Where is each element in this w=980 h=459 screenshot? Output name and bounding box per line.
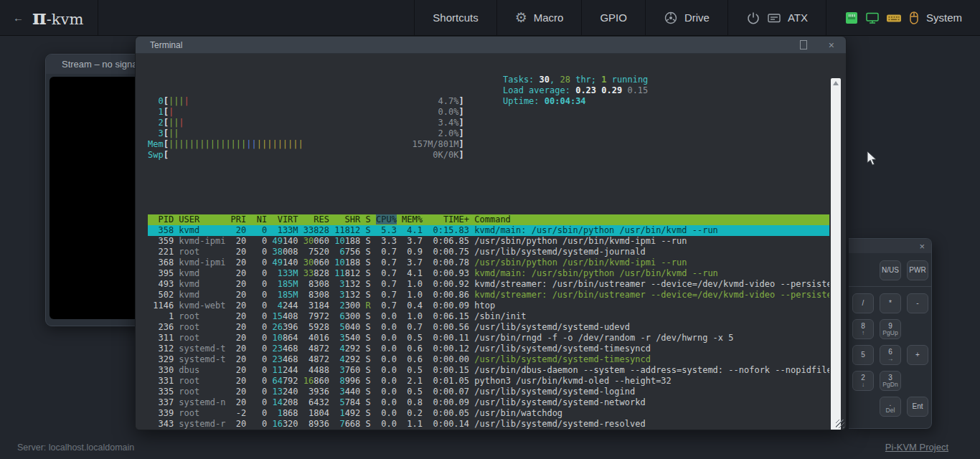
resize-handle[interactable] <box>836 420 844 428</box>
keypad-close-icon[interactable]: × <box>919 242 931 251</box>
gear-icon: ⚙ <box>515 11 527 24</box>
power-icon <box>746 11 760 25</box>
htop-output: 0[||||4.7%] 1[|0.0%] 2[|||3.4%] 3[||2.0%… <box>148 75 829 430</box>
htop-header-row[interactable]: PID USER PRI NI VIRT RES SHR S CPU% MEM%… <box>148 214 829 225</box>
numpad-key-9[interactable]: 9PgUp <box>880 319 901 339</box>
nav-item-shortcuts[interactable]: Shortcuts <box>414 0 496 35</box>
maximize-icon[interactable] <box>800 40 807 49</box>
nav-item-atx[interactable]: ATX <box>727 0 826 35</box>
htop-process-table: PID USER PRI NI VIRT RES SHR S CPU% MEM%… <box>148 214 829 430</box>
nav-item-label: System <box>926 11 962 24</box>
numpad-key-nus[interactable]: N/US <box>880 260 901 280</box>
nav-item-macro[interactable]: ⚙Macro <box>496 0 582 35</box>
numpad-key-[interactable]: .Del <box>880 397 901 417</box>
process-row-343: 343 systemd-r 20 0 16320 8936 7668 S 0.0… <box>148 419 829 430</box>
terminal-window: Terminal × 0[||||4.7%] 1[|0.0%] 2[|||3.4… <box>135 36 847 430</box>
nav-item-label: Macro <box>534 11 564 24</box>
numpad-key-6[interactable]: 6→ <box>880 345 901 365</box>
process-row-339: 339 root -2 0 1868 1804 1492 S 0.0 0.2 0… <box>148 408 829 419</box>
htop-meter-swp: Swp[0K/0K] <box>148 150 829 161</box>
process-row-493: 493 kvmd 20 0 185M 8308 3132 S 0.7 1.0 0… <box>148 279 829 290</box>
htop-meters: 0[||||4.7%] 1[|0.0%] 2[|||3.4%] 3[||2.0%… <box>148 96 829 161</box>
ethernet-icon <box>844 11 859 25</box>
nav-item-gpio[interactable]: GPIO <box>581 0 645 35</box>
logo-area: ← π-kvm <box>0 0 98 35</box>
numpad-key-8[interactable]: 8↑ <box>852 319 874 339</box>
process-row-312: 312 systemd-t 20 0 23468 4872 4292 S 0.0… <box>148 344 829 354</box>
nav-menu: Shortcuts⚙MacroGPIODriveATXSystem <box>414 0 980 35</box>
numpad-key-pwr[interactable]: PWR <box>907 260 928 280</box>
htop-summary-line: Load average: 0.23 0.29 0.15 <box>503 85 648 96</box>
keypad-separator <box>849 286 931 287</box>
htop-meter-3: 3[||2.0%] <box>148 128 829 139</box>
numpad-key-[interactable]: / <box>852 293 874 313</box>
htop-summary: Tasks: 30, 28 thr; 1 runningLoad average… <box>503 75 648 107</box>
htop-meter-mem: Mem[||||||||||||||||||||||||||157M/801M] <box>148 139 829 150</box>
htop-meter-0: 0[||||4.7%] <box>148 96 829 107</box>
process-row-1: 1 root 20 0 15408 7972 6300 S 0.0 1.0 0:… <box>148 311 829 322</box>
process-row-502: 502 kvmd 20 0 185M 8308 3132 S 0.7 1.0 0… <box>148 290 829 301</box>
process-row-329: 329 systemd-t 20 0 23468 4872 4292 S 0.0… <box>148 354 829 365</box>
htop-blank-line <box>148 182 829 193</box>
mouse-cursor <box>867 151 878 169</box>
terminal-scrollbar[interactable] <box>831 78 841 430</box>
htop-summary-line: Tasks: 30, 28 thr; 1 running <box>503 75 648 85</box>
top-navbar: ← π-kvm Shortcuts⚙MacroGPIODriveATXSyste… <box>0 0 980 36</box>
process-row-331: 331 root 20 0 64792 16860 8996 S 0.0 2.1… <box>148 376 829 387</box>
logo-rest: -kvm <box>47 11 84 28</box>
nav-item-label: ATX <box>788 11 808 24</box>
mouse-icon <box>908 11 920 25</box>
numpad-key-2[interactable]: 2↓ <box>852 371 874 391</box>
process-row-395: 395 kvmd 20 0 133M 33828 11812 S 0.7 4.1… <box>148 268 829 279</box>
psu-icon <box>767 11 781 24</box>
terminal-content[interactable]: 0[||||4.7%] 1[|0.0%] 2[|||3.4%] 3[||2.0%… <box>136 54 846 430</box>
htop-meter-2: 2[|||3.4%] <box>148 118 829 128</box>
process-row-236: 236 root 20 0 26396 5928 5040 S 0.0 0.7 … <box>148 322 829 333</box>
close-icon[interactable]: × <box>829 40 834 50</box>
process-row-1146: 1146 kvmd-webt 20 0 4244 3184 2300 R 0.7… <box>148 301 829 311</box>
numpad-key-3[interactable]: 3PgDn <box>880 371 901 391</box>
process-row-359: 359 kvmd-ipmi 20 0 49140 30060 10188 S 3… <box>148 236 829 247</box>
htop-summary-line: Uptime: 00:04:34 <box>503 96 648 107</box>
process-row-330: 330 dbus 20 0 11244 4488 3760 S 0.0 0.5 … <box>148 365 829 376</box>
process-row-368: 368 kvmd-ipmi 20 0 49140 30060 10188 S 0… <box>148 257 829 268</box>
terminal-title: Terminal <box>150 40 182 50</box>
nav-item-label: GPIO <box>600 11 627 24</box>
process-row-337: 337 systemd-n 20 0 14208 6432 5784 S 0.0… <box>148 397 829 408</box>
nav-item-label: Shortcuts <box>433 11 478 24</box>
pikvm-logo: π-kvm <box>32 6 83 29</box>
terminal-titlebar[interactable]: Terminal × <box>136 37 846 54</box>
process-row-358: 358 kvmd 20 0 133M 33828 11812 S 5.3 4.1… <box>148 225 829 236</box>
back-arrow-icon[interactable]: ← <box>13 11 24 24</box>
keyboard-icon <box>886 11 902 25</box>
scroll-up-icon[interactable] <box>833 81 839 85</box>
disc-icon <box>664 11 678 25</box>
logo-pi: π <box>32 6 47 29</box>
keypad-window-titlebar[interactable]: × <box>849 239 931 253</box>
keypad-window: × N/USPWR/*-8↑9PgUp56→+2↓3PgDn.DelEnt <box>849 238 932 429</box>
nav-item-system[interactable]: System <box>826 0 980 35</box>
numpad-key-ent[interactable]: Ent <box>907 397 928 417</box>
nav-item-label: Drive <box>684 11 710 24</box>
numpad-key-[interactable]: + <box>907 345 928 365</box>
nav-item-drive[interactable]: Drive <box>645 0 727 35</box>
server-label: Server: localhost.localdomain <box>17 443 134 453</box>
monitor-icon <box>865 11 880 25</box>
numpad-key-[interactable]: - <box>907 293 928 313</box>
process-row-311: 311 root 20 0 10864 4016 3540 S 0.0 0.5 … <box>148 333 829 344</box>
pikvm-project-link[interactable]: Pi-KVM Project <box>885 442 948 453</box>
terminal-window-buttons: × <box>800 40 834 50</box>
htop-meter-1: 1[|0.0%] <box>148 107 829 118</box>
numpad-key-[interactable]: * <box>880 293 901 313</box>
process-row-335: 335 root 20 0 13240 3936 3440 S 0.0 0.5 … <box>148 387 829 397</box>
numpad-key-5[interactable]: 5 <box>852 345 874 365</box>
process-row-221: 221 root 20 0 38008 7520 6756 S 0.7 0.9 … <box>148 247 829 257</box>
